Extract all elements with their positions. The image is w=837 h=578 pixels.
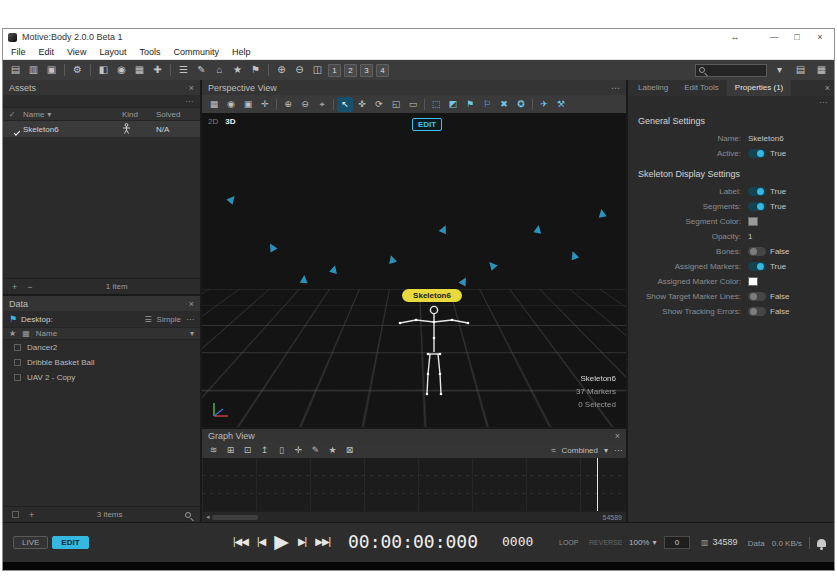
menu-edit[interactable]: Edit (39, 47, 55, 57)
name-field[interactable]: Skeleton6 (748, 134, 784, 143)
menu-tools[interactable]: Tools (139, 47, 160, 57)
tracking-errors-toggle[interactable] (748, 307, 766, 316)
list-view-icon[interactable]: ▦ (22, 329, 30, 338)
properties-menu-icon[interactable]: ⋯ (819, 98, 827, 107)
edit-tools-icon[interactable]: ✎ (193, 62, 210, 78)
bones-toggle[interactable] (748, 247, 766, 256)
assigned-markers-toggle[interactable] (748, 262, 766, 271)
menu-layout[interactable]: Layout (99, 47, 126, 57)
camera-icon[interactable] (329, 264, 339, 274)
layout-preset-3-button[interactable]: 3 (360, 64, 373, 77)
new-take-icon[interactable] (12, 511, 19, 518)
session-location[interactable]: Desktop: (21, 315, 53, 324)
calibration-icon[interactable]: ◧ (95, 62, 112, 78)
menu-community[interactable]: Community (173, 47, 219, 57)
mode-2d-button[interactable]: 2D (208, 117, 218, 126)
bookmark-icon[interactable]: ★ (325, 445, 340, 455)
camera-icon[interactable] (439, 224, 450, 235)
frame-view-icon[interactable]: ⊡ (240, 445, 255, 455)
camera-icon[interactable] (267, 242, 278, 253)
unlabel-tool-icon[interactable]: ⚐ (479, 97, 495, 112)
tab-properties[interactable]: Properties (1) (727, 80, 791, 96)
pan-keys-icon[interactable]: ✛ (291, 445, 306, 455)
mode-3d-button[interactable]: 3D (225, 117, 235, 126)
segments-toggle[interactable] (748, 202, 766, 211)
autoscale-icon[interactable]: ≋ (206, 445, 221, 455)
remove-asset-button[interactable]: − (27, 282, 32, 292)
open-layout-icon[interactable]: ▤ (7, 62, 24, 78)
playback-speed-select[interactable]: 100% ▾ (629, 538, 656, 547)
scrollbar-handle[interactable] (212, 515, 258, 520)
graph-layout-caret-icon[interactable]: ▾ (604, 446, 608, 455)
asset-row[interactable]: Skeleton6 N/A (3, 121, 200, 137)
dock-toggle-icon[interactable]: ↔ (726, 32, 744, 42)
edit-mode-button[interactable]: EDIT (52, 536, 88, 549)
edit-keys-icon[interactable]: ✎ (308, 445, 323, 455)
graph-plot-area[interactable] (202, 458, 626, 511)
take-row[interactable]: UAV 2 - Copy (3, 370, 200, 385)
gizmo-icon[interactable]: ✛ (257, 97, 273, 112)
video-playback-icon[interactable]: ▦ (131, 62, 148, 78)
layout-preset-4-button[interactable]: 4 (376, 64, 389, 77)
minimize-button[interactable]: — (765, 32, 783, 42)
assigned-marker-color-swatch[interactable] (748, 277, 758, 286)
select-tool-icon[interactable]: ↖ (337, 97, 353, 112)
translate-tool-icon[interactable]: ✜ (354, 97, 370, 112)
close-gaps-icon[interactable]: ⊠ (342, 445, 357, 455)
skeleton-name-label[interactable]: Skeleton6 (402, 289, 462, 302)
layout-menu-icon[interactable]: ▤ (792, 62, 809, 78)
tools-icon[interactable]: ⚒ (553, 97, 569, 112)
graph-close-icon[interactable]: × (608, 431, 620, 441)
column-kind[interactable]: Kind (122, 110, 156, 119)
add-asset-button[interactable]: + (12, 282, 17, 292)
segment-color-swatch[interactable] (748, 217, 758, 226)
take-row[interactable]: Dancer2 (3, 340, 200, 355)
label-toggle[interactable] (748, 187, 766, 196)
data-search-icon[interactable] (185, 512, 191, 518)
reverse-toggle[interactable]: REVERSE (589, 539, 622, 546)
perspective-menu-icon[interactable]: ⋯ (608, 83, 620, 93)
capture-icon[interactable]: ▣ (240, 97, 256, 112)
tab-edit-tools[interactable]: Edit Tools (676, 80, 727, 96)
loop-toggle[interactable]: LOOP (559, 539, 578, 546)
column-name[interactable]: Name ▾ (21, 110, 122, 119)
zoom-out-icon[interactable]: ⊖ (291, 62, 308, 78)
solve-icon[interactable]: ✪ (513, 97, 529, 112)
panel-grid-icon[interactable]: ◫ (309, 62, 326, 78)
playhead-line[interactable] (597, 458, 598, 511)
zoom-in-icon[interactable]: ⊕ (273, 62, 290, 78)
menu-view[interactable]: View (67, 47, 86, 57)
close-button[interactable]: × (811, 32, 829, 42)
scroll-left-icon[interactable]: ◂ (206, 513, 210, 521)
jump-start-button[interactable]: |◀◀ (233, 536, 248, 547)
layout-preset-2-button[interactable]: 2 (344, 64, 357, 77)
data-close-icon[interactable]: × (182, 299, 194, 309)
camera-preview-icon[interactable]: ◉ (113, 62, 130, 78)
name-sort-caret-icon[interactable]: ▾ (190, 329, 194, 338)
maximize-button[interactable]: □ (788, 32, 806, 42)
delete-keys-icon[interactable]: ▯ (274, 445, 289, 455)
lasso-select-icon[interactable]: ⬚ (428, 97, 444, 112)
jump-end-button[interactable]: ▶▶| (315, 536, 330, 547)
flag-icon[interactable]: ⚑ (247, 62, 264, 78)
marker-mask-icon[interactable]: ◩ (445, 97, 461, 112)
favorite-star-icon[interactable]: ★ (9, 329, 16, 338)
take-row[interactable]: Dribble Basket Ball (3, 355, 200, 370)
camera-icon[interactable] (300, 275, 309, 284)
graph-scrollbar[interactable]: ◂ 54589 (202, 511, 626, 522)
current-frame-field[interactable]: 34589 (713, 537, 738, 547)
notifications-bell-icon[interactable] (817, 539, 826, 547)
live-mode-button[interactable]: LIVE (13, 536, 48, 549)
search-input[interactable] (708, 66, 763, 75)
zoom-in-icon[interactable]: ⊕ (280, 97, 296, 112)
panel-menu-icon[interactable]: ▦ (813, 62, 830, 78)
session-flag-icon[interactable]: ⚑ (9, 314, 17, 324)
step-back-button[interactable]: |◀ (257, 536, 265, 547)
tab-labeling[interactable]: Labeling (630, 80, 676, 96)
filter-icon[interactable]: ▾ (771, 62, 788, 78)
data-menu-icon[interactable]: ⋯ (186, 315, 194, 324)
camera-view-icon[interactable]: ◉ (223, 97, 239, 112)
skeleton-figure[interactable] (392, 304, 476, 399)
layout-preset-1-button[interactable]: 1 (328, 64, 341, 77)
menu-help[interactable]: Help (232, 47, 251, 57)
